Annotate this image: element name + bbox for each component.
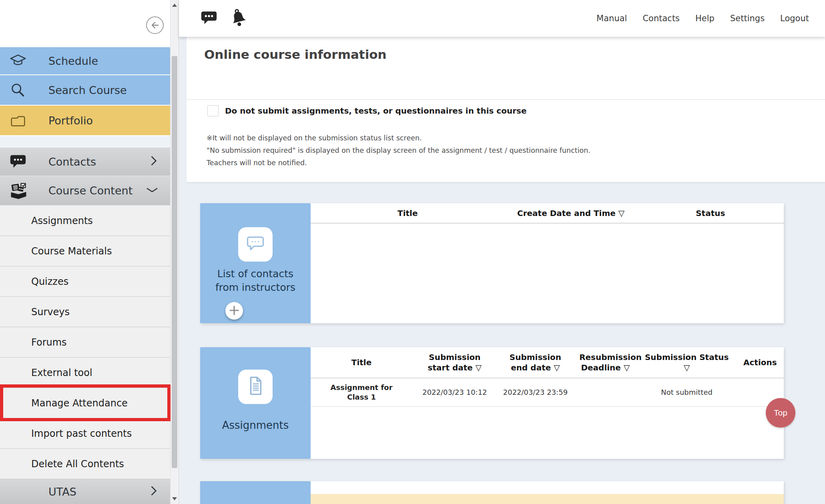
divider xyxy=(187,99,825,100)
sidebar-header xyxy=(0,0,170,47)
contacts-panel-label: List of contacts from instructors xyxy=(200,267,311,294)
no-submit-checkbox-label: Do not submit assignments, tests, or que… xyxy=(225,106,527,116)
column-header-title: Title xyxy=(311,357,412,368)
sidebar-item-search-course[interactable]: Search Course xyxy=(0,75,170,106)
top-navigation: Manual Contacts Help Settings Logout xyxy=(596,14,809,23)
scrollbar-up-arrow[interactable] xyxy=(171,0,179,10)
sidebar-subitem-label: Import past contents xyxy=(31,428,132,439)
contacts-section: List of contacts from instructors Title … xyxy=(200,203,784,323)
sidebar-item-surveys[interactable]: Surveys xyxy=(0,297,170,327)
sidebar-item-course-materials[interactable]: Course Materials xyxy=(0,236,170,266)
note-line: ※It will not be displayed on the submiss… xyxy=(207,132,590,144)
course-box-icon xyxy=(9,182,27,200)
column-header-actions: Actions xyxy=(737,357,784,368)
sidebar-subitem-label: Manage Attendance xyxy=(31,398,128,409)
sidebar: Schedule Search Course Portfolio Contact… xyxy=(0,0,170,504)
nav-link-logout[interactable]: Logout xyxy=(780,14,809,23)
column-header-title: Title xyxy=(311,208,505,218)
no-submit-option: Do not submit assignments, tests, or que… xyxy=(207,105,527,116)
submission-start-value: 2022/03/23 10:12 xyxy=(412,388,497,397)
sidebar-subitem-label: Quizzes xyxy=(31,276,68,287)
course-info-card: Online course information Do not submit … xyxy=(187,37,825,182)
sidebar-subitem-label: External tool xyxy=(31,367,92,378)
sidebar-item-label: UTAS xyxy=(48,486,76,498)
top-bar: Manual Contacts Help Settings Logout xyxy=(179,0,825,37)
table-row: Assignment for Class 1 2022/03/23 10:12 … xyxy=(311,378,784,407)
chevron-right-icon xyxy=(149,155,158,168)
sidebar-item-label: Contacts xyxy=(48,156,96,168)
speech-bubble-icon xyxy=(245,233,266,256)
next-section-table xyxy=(311,481,784,504)
assignments-panel: Assignments xyxy=(200,347,311,459)
nav-link-manual[interactable]: Manual xyxy=(596,14,627,23)
contacts-table: Title Create Date and Time ▽ Status xyxy=(311,203,784,323)
assignment-title-link[interactable]: Assignment for Class 1 xyxy=(311,383,412,402)
bell-icon xyxy=(229,7,249,30)
chevron-down-icon xyxy=(146,186,158,195)
scroll-to-top-button[interactable]: Top xyxy=(766,398,795,428)
sidebar-item-label: Search Course xyxy=(48,84,127,96)
nav-link-help[interactable]: Help xyxy=(695,14,715,23)
sidebar-item-schedule[interactable]: Schedule xyxy=(0,47,170,75)
sidebar-item-portfolio[interactable]: Portfolio xyxy=(0,106,170,136)
chevron-right-icon xyxy=(149,485,158,498)
submission-end-value: 2022/03/23 23:59 xyxy=(497,388,574,397)
search-icon xyxy=(9,81,27,99)
sidebar-subitem-label: Surveys xyxy=(31,306,70,318)
sidebar-item-utas[interactable]: UTAS xyxy=(0,479,170,504)
no-submit-checkbox[interactable] xyxy=(207,105,219,116)
sidebar-subitem-label: Delete All Contents xyxy=(31,458,124,470)
document-icon xyxy=(245,375,265,398)
sidebar-item-course-content[interactable]: Course Content xyxy=(0,176,170,206)
checkbox-notes: ※It will not be displayed on the submiss… xyxy=(207,132,590,169)
submission-status-value: Not submitted xyxy=(637,388,737,397)
sidebar-item-assignments[interactable]: Assignments xyxy=(0,206,170,236)
sidebar-item-manage-attendance[interactable]: Manage Attendance xyxy=(0,388,170,418)
main-area: Manual Contacts Help Settings Logout Onl… xyxy=(179,0,825,504)
scrollbar-thumb[interactable] xyxy=(172,56,177,468)
add-contact-button[interactable] xyxy=(225,302,243,320)
sidebar-item-import-past-contents[interactable]: Import past contents xyxy=(0,418,170,449)
sidebar-item-quizzes[interactable]: Quizzes xyxy=(0,266,170,297)
plus-icon xyxy=(229,305,239,317)
sidebar-item-contacts[interactable]: Contacts xyxy=(0,148,170,176)
column-header-submission-end-sort[interactable]: Submission end date ▽ xyxy=(497,352,574,373)
contacts-panel-tile xyxy=(238,227,273,262)
assignments-section: Assignments Title Submission start date … xyxy=(200,347,784,459)
column-header-status: Status xyxy=(637,208,784,218)
page-title: Online course information xyxy=(187,37,825,62)
sidebar-item-forums[interactable]: Forums xyxy=(0,327,170,358)
notifications-button[interactable] xyxy=(229,7,249,30)
sidebar-item-label: Portfolio xyxy=(48,114,93,127)
sidebar-item-label: Course Content xyxy=(48,184,132,197)
chat-icon xyxy=(200,9,218,28)
table-top-strip xyxy=(311,481,784,494)
assignments-panel-label: Assignments xyxy=(200,418,311,432)
graduation-cap-icon xyxy=(9,52,27,70)
assignments-panel-tile xyxy=(238,370,273,404)
folder-icon xyxy=(9,111,27,130)
sidebar-item-delete-all-contents[interactable]: Delete All Contents xyxy=(0,449,170,479)
scrollbar-down-arrow[interactable] xyxy=(171,494,179,504)
next-section-panel xyxy=(200,481,311,504)
nav-link-settings[interactable]: Settings xyxy=(730,14,765,23)
speech-bubble-icon xyxy=(9,152,27,171)
messages-button[interactable] xyxy=(199,7,219,30)
column-header-resubmission-deadline-sort[interactable]: Resubmission Deadline ▽ xyxy=(574,352,637,373)
sidebar-spacer xyxy=(0,136,170,148)
assignments-table-header: Title Submission start date ▽ Submission… xyxy=(311,347,784,378)
sidebar-item-label: Schedule xyxy=(48,55,98,67)
column-header-submission-status-sort[interactable]: Submission Status ▽ xyxy=(637,352,737,373)
sidebar-item-external-tool[interactable]: External tool xyxy=(0,358,170,388)
collapse-sidebar-button[interactable] xyxy=(146,16,164,34)
nav-link-contacts[interactable]: Contacts xyxy=(642,14,680,23)
column-header-submission-start-sort[interactable]: Submission start date ▽ xyxy=(412,352,497,373)
next-section-partial xyxy=(200,481,784,504)
back-arrow-icon xyxy=(146,30,164,36)
assignments-table: Title Submission start date ▽ Submission… xyxy=(311,347,784,459)
sidebar-subitem-label: Course Materials xyxy=(31,246,112,257)
column-header-create-date-sort[interactable]: Create Date and Time ▽ xyxy=(505,208,637,218)
contacts-table-header: Title Create Date and Time ▽ Status xyxy=(311,203,784,224)
highlighted-row xyxy=(311,494,784,504)
sidebar-scrollbar[interactable] xyxy=(170,0,179,504)
